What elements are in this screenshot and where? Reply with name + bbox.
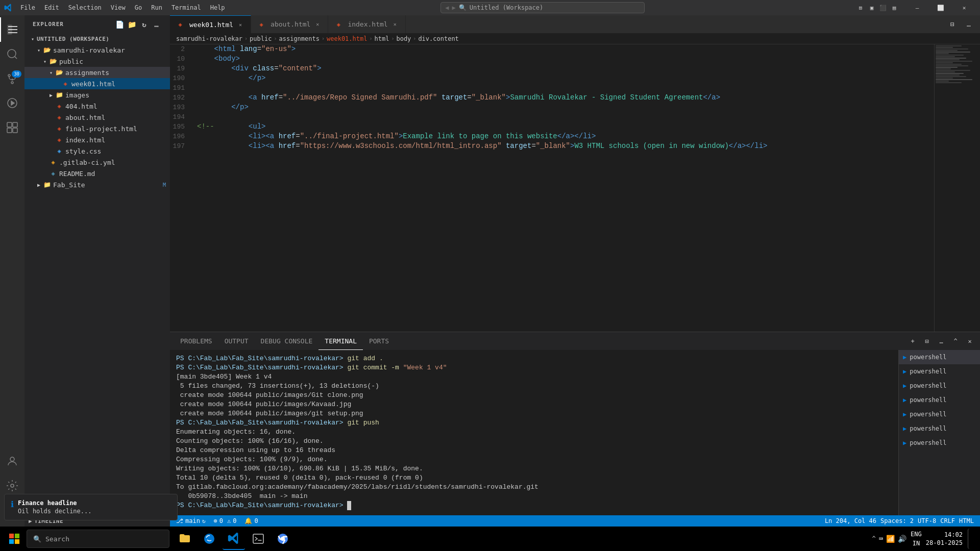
taskbar-terminal[interactable]: [247, 528, 270, 550]
status-notifications[interactable]: 🔔 0: [242, 515, 260, 527]
new-file-icon[interactable]: 📄: [115, 19, 125, 30]
nav-back-icon[interactable]: ◀: [445, 4, 449, 11]
minimize-button[interactable]: —: [905, 0, 929, 15]
notification-toast[interactable]: ℹ Finance headline Oil holds decline...: [4, 494, 178, 520]
layout-icon[interactable]: ⊞: [856, 4, 865, 12]
code-content[interactable]: <html lang="en-us"> <body> <div class="c…: [193, 44, 934, 332]
breadcrumb-assignments[interactable]: assignments: [279, 35, 319, 42]
terminal-instance-5[interactable]: ▶ powershell: [899, 407, 980, 421]
tab-week01-close[interactable]: ✕: [236, 20, 244, 29]
activity-source-control[interactable]: 30: [0, 66, 24, 91]
taskbar-edge[interactable]: [198, 528, 220, 550]
tree-index[interactable]: ▶ ◈ index.html: [24, 134, 170, 145]
tab-about[interactable]: ◈ about.html ✕: [251, 15, 328, 33]
activity-search[interactable]: [0, 42, 24, 66]
tree-404[interactable]: ▶ ◈ 404.html: [24, 101, 170, 112]
more-actions-icon[interactable]: …: [152, 19, 162, 30]
terminal-instance-6[interactable]: ▶ powershell: [899, 421, 980, 436]
tab-ports[interactable]: PORTS: [363, 332, 395, 350]
menu-help[interactable]: Help: [206, 3, 229, 12]
tray-chevron[interactable]: ^: [872, 535, 875, 542]
status-spaces[interactable]: Spaces: 2: [878, 515, 916, 527]
tree-assignments[interactable]: ▾ 📂 assignments: [24, 67, 170, 78]
new-folder-icon[interactable]: 📁: [127, 19, 137, 30]
taskbar-chrome[interactable]: [272, 528, 294, 550]
tray-network[interactable]: 📶: [886, 535, 895, 543]
new-terminal-icon[interactable]: +: [906, 335, 919, 347]
code-editor[interactable]: 2 10 19 190 191 192 193 194 195 196 197 …: [170, 44, 980, 332]
tree-samrudhi[interactable]: ▾ 📂 samrudhi-rovalekar: [24, 44, 170, 56]
breadcrumb-divcontent[interactable]: div.content: [418, 35, 458, 42]
tray-speaker[interactable]: 🔊: [898, 535, 906, 543]
status-line-ending[interactable]: CRLF: [938, 515, 957, 527]
tab-output[interactable]: OUTPUT: [218, 332, 255, 350]
close-button[interactable]: ✕: [952, 0, 976, 15]
terminal-instance-7[interactable]: ▶ powershell: [899, 436, 980, 450]
layout4-icon[interactable]: ▤: [890, 4, 898, 12]
terminal-instance-3[interactable]: ▶ powershell: [899, 379, 980, 393]
breadcrumb-user[interactable]: samrudhi-rovalekar: [176, 35, 242, 42]
menu-view[interactable]: View: [107, 3, 130, 12]
terminal-instance-4[interactable]: ▶ powershell: [899, 393, 980, 407]
layout3-icon[interactable]: ⬛: [879, 4, 887, 12]
tab-index[interactable]: ◈ index.html ✕: [328, 15, 405, 33]
breadcrumb-week01[interactable]: week01.html: [327, 35, 367, 42]
breadcrumb-public[interactable]: public: [250, 35, 272, 42]
status-line-col[interactable]: Ln 204, Col 46: [823, 515, 878, 527]
taskbar-clock[interactable]: 14:02 28-01-2025: [926, 531, 963, 547]
more-panel-icon[interactable]: …: [935, 335, 947, 347]
tab-problems[interactable]: PROBLEMS: [174, 332, 218, 350]
menu-file[interactable]: File: [16, 3, 39, 12]
status-errors[interactable]: ⊗ 0 ⚠ 0: [212, 515, 239, 527]
tree-public[interactable]: ▾ 📂 public: [24, 56, 170, 67]
menu-run[interactable]: Run: [147, 3, 166, 12]
terminal-instance-2[interactable]: ▶ powershell: [899, 364, 980, 379]
taskbar-fileexplorer[interactable]: [174, 528, 196, 550]
titlebar-search[interactable]: ◀ ▶ 🔍 Untitled (Workspace): [440, 2, 645, 13]
close-panel-icon[interactable]: ✕: [964, 335, 976, 347]
menu-selection[interactable]: Selection: [64, 3, 106, 12]
tab-index-close[interactable]: ✕: [391, 20, 399, 29]
tab-week01[interactable]: ◈ week01.html ✕: [170, 15, 251, 33]
menu-terminal[interactable]: Terminal: [167, 3, 205, 12]
tab-debug-console[interactable]: DEBUG CONSOLE: [255, 332, 319, 350]
show-desktop-button[interactable]: [968, 529, 972, 549]
activity-run[interactable]: [0, 91, 24, 115]
breadcrumb-html[interactable]: html: [375, 35, 389, 42]
tray-keyboard[interactable]: ⌨: [879, 535, 883, 543]
taskbar-search[interactable]: 🔍 Search: [27, 530, 169, 548]
tree-images[interactable]: ▶ 📁 images: [24, 89, 170, 101]
activity-extensions[interactable]: [0, 115, 24, 140]
maximize-button[interactable]: ⬜: [929, 0, 952, 15]
tree-about[interactable]: ▶ ◈ about.html: [24, 112, 170, 123]
breadcrumb-body[interactable]: body: [396, 35, 411, 42]
split-terminal-icon[interactable]: ⊟: [921, 335, 933, 347]
menu-edit[interactable]: Edit: [40, 3, 63, 12]
maximize-panel-icon[interactable]: ^: [949, 335, 962, 347]
status-encoding[interactable]: UTF-8: [916, 515, 938, 527]
nav-fwd-icon[interactable]: ▶: [452, 4, 456, 11]
tree-readme[interactable]: ▶ ◈ README.md: [24, 168, 170, 179]
split-editor-icon[interactable]: ⊟: [945, 17, 960, 32]
tree-style[interactable]: ▶ ◈ style.css: [24, 145, 170, 157]
more-tabs-icon[interactable]: …: [962, 17, 976, 32]
terminal-instance-1[interactable]: ▶ powershell: [899, 350, 980, 364]
tree-fabsite[interactable]: ▶ 📁 Fab_Site M: [24, 179, 170, 190]
terminal-content[interactable]: PS C:\Fab_Lab\Fab_Site\samrudhi-rovaleka…: [170, 350, 898, 515]
activity-account[interactable]: [0, 449, 24, 473]
tab-terminal[interactable]: TERMINAL: [318, 332, 363, 350]
menu-go[interactable]: Go: [131, 3, 146, 12]
workspace-root[interactable]: ▾ UNTITLED (WORKSPACE): [24, 33, 170, 44]
tree-week01[interactable]: ▶ ◈ week01.html: [24, 78, 170, 89]
refresh-icon[interactable]: ↻: [139, 19, 150, 30]
status-language[interactable]: HTML: [957, 515, 976, 527]
taskbar-vscode[interactable]: [223, 528, 245, 550]
layout2-icon[interactable]: ▣: [868, 4, 876, 12]
activity-explorer[interactable]: [0, 17, 24, 42]
taskbar-lang[interactable]: ENG IN: [911, 531, 922, 546]
start-button[interactable]: [4, 529, 24, 549]
tab-about-close[interactable]: ✕: [313, 20, 322, 29]
status-branch[interactable]: ⎇ main ↻: [174, 515, 208, 527]
tree-final-project[interactable]: ▶ ◈ final-project.html: [24, 123, 170, 134]
tree-gitlab[interactable]: ▶ ◈ .gitlab-ci.yml: [24, 157, 170, 168]
